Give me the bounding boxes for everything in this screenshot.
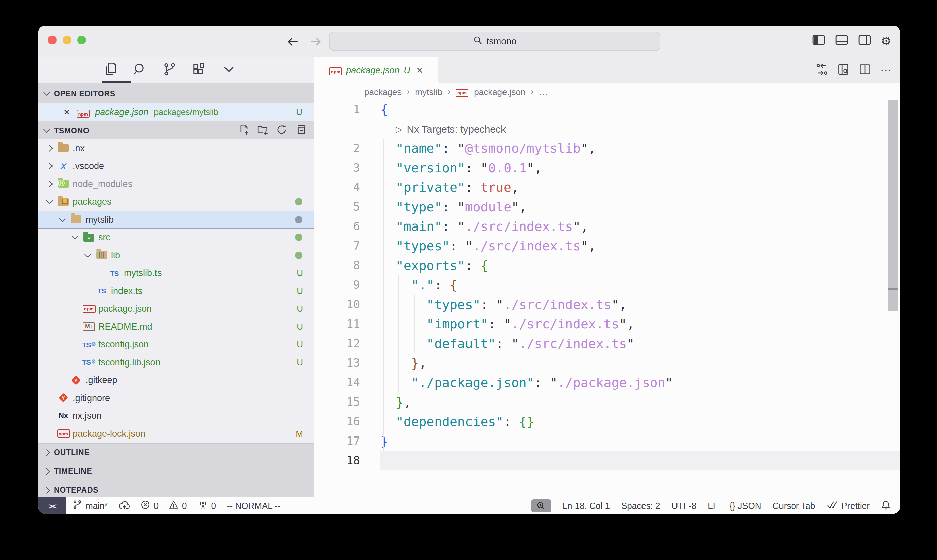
npmfolder-icon: js: [58, 180, 69, 188]
command-center-search[interactable]: tsmono: [329, 32, 660, 51]
code-line-18[interactable]: 18: [314, 451, 900, 471]
code-line-3[interactable]: 3 "version": "0.0.1",: [314, 158, 900, 178]
tree-item--vscode[interactable]: X.vscode: [38, 157, 314, 175]
code-line-content: },: [380, 392, 900, 412]
minimize-window-button[interactable]: [63, 36, 71, 45]
status-item-lf[interactable]: LF: [708, 501, 718, 511]
status-item-main-[interactable]: main*: [73, 500, 108, 512]
status-item-0[interactable]: 0: [198, 500, 216, 512]
code-line-14[interactable]: 14 "./package.json": "./package.json": [314, 373, 900, 392]
code-line-15[interactable]: 15 },: [314, 392, 900, 412]
editor-group: npm package.json U ✕ ⋯ packages ›: [314, 57, 900, 497]
back-icon[interactable]: [286, 35, 300, 48]
tree-item--gitkeep[interactable]: Y.gitkeep: [38, 371, 314, 389]
settings-gear-icon[interactable]: ⚙: [881, 36, 892, 47]
open-editor-item[interactable]: ✕ npm package.json packages/mytslib U: [38, 103, 314, 121]
status-item-bell[interactable]: [881, 500, 891, 512]
tab-close-icon[interactable]: ✕: [416, 65, 423, 75]
status-item-ln-18-col-1[interactable]: Ln 18, Col 1: [563, 501, 610, 511]
code-line-2[interactable]: 2 "name": "@tsmono/mytslib",: [314, 138, 900, 158]
new-file-icon[interactable]: [238, 124, 250, 137]
remote-indicator[interactable]: ><: [38, 497, 66, 514]
code-line-16[interactable]: 16 "dependencies": {}: [314, 412, 900, 431]
tree-item-tsconfig-lib-json[interactable]: TS⚙tsconfig.lib.jsonU: [38, 353, 314, 371]
tree-item-node-modules[interactable]: jsnode_modules: [38, 175, 314, 193]
line-number: 6: [314, 217, 380, 236]
breadcrumb-item[interactable]: packages: [364, 86, 402, 97]
tree-item-readme-md[interactable]: M↓README.mdU: [38, 318, 314, 335]
status-item--json[interactable]: {} JSON: [730, 501, 761, 511]
forward-icon[interactable]: [309, 35, 322, 48]
code-line-7[interactable]: 7 "types": "./src/index.ts",: [314, 236, 900, 256]
status-item--normal-[interactable]: -- NORMAL --: [227, 501, 280, 511]
code-line-17[interactable]: 17}: [314, 431, 900, 451]
tree-item-label: .nx: [73, 143, 85, 154]
status-item-cursor-tab[interactable]: Cursor Tab: [773, 501, 815, 511]
extensions-icon[interactable]: [192, 62, 206, 78]
tree-item-mytslib[interactable]: mytslib: [38, 211, 314, 229]
new-folder-icon[interactable]: [257, 124, 269, 137]
breadcrumb-item[interactable]: …: [539, 86, 548, 97]
tree-item-index-ts[interactable]: TSindex.tsU: [38, 282, 314, 300]
status-item-zoomplus[interactable]: [531, 499, 551, 512]
breadcrumb-item[interactable]: package.json: [474, 86, 525, 97]
outline-header[interactable]: OUTLINE: [38, 443, 314, 462]
explorer-icon[interactable]: [104, 62, 117, 78]
line-number: 2: [314, 138, 380, 158]
code-line-10[interactable]: 10 "types": "./src/index.ts",: [314, 295, 900, 314]
tree-item-package-lock-json[interactable]: npmpackage-lock.jsonM: [38, 425, 314, 443]
tree-item-src[interactable]: ‹›src: [38, 229, 314, 246]
tree-item-nx-json[interactable]: Nxnx.json: [38, 407, 314, 425]
explorer-sidebar: OPEN EDITORS ✕ npm package.json packages…: [38, 57, 314, 497]
close-window-button[interactable]: [48, 36, 57, 45]
open-preview-icon[interactable]: [837, 63, 849, 78]
status-item-label: 0: [182, 501, 187, 511]
tab-package-json[interactable]: npm package.json U ✕: [314, 57, 438, 83]
toggle-primary-sidebar-icon[interactable]: [812, 35, 825, 48]
status-item-0[interactable]: 0: [141, 500, 158, 512]
source-control-icon[interactable]: [163, 62, 176, 78]
code-line-9[interactable]: 9 ".": {: [314, 275, 900, 295]
split-editor-icon[interactable]: [859, 63, 871, 78]
status-item-cloud[interactable]: [119, 500, 130, 512]
toggle-secondary-sidebar-icon[interactable]: [858, 35, 871, 48]
open-editors-header[interactable]: OPEN EDITORS: [38, 83, 314, 103]
notepads-header[interactable]: NOTEPADS: [38, 480, 314, 499]
refresh-icon[interactable]: [276, 124, 288, 137]
code-line-11[interactable]: 11 "import": "./src/index.ts",: [314, 314, 900, 334]
workspace-header[interactable]: TSMONO: [38, 121, 314, 139]
tree-item-mytslib-ts[interactable]: TSmytslib.tsU: [38, 264, 314, 282]
tree-item--nx[interactable]: .nx: [38, 139, 314, 157]
tree-item-packages[interactable]: packages: [38, 193, 314, 211]
tree-item-tsconfig-json[interactable]: TS⚙tsconfig.jsonU: [38, 335, 314, 353]
code-line-4[interactable]: 4 "private": true,: [314, 178, 900, 197]
collapse-all-icon[interactable]: [295, 124, 306, 137]
zoom-window-button[interactable]: [77, 36, 86, 45]
status-item-spaces-2[interactable]: Spaces: 2: [621, 501, 660, 511]
code-line-8[interactable]: 8 "exports": {: [314, 256, 900, 275]
more-views-chevron-icon[interactable]: [222, 62, 235, 78]
code-line-5[interactable]: 5 "type": "module",: [314, 197, 900, 217]
tree-item--gitignore[interactable]: Y.gitignore: [38, 389, 314, 407]
code-line-6[interactable]: 6 "main": "./src/index.ts",: [314, 217, 900, 236]
breadcrumb-item[interactable]: mytslib: [415, 86, 442, 97]
status-item-utf-8[interactable]: UTF-8: [672, 501, 697, 511]
tree-item-package-json[interactable]: npmpackage.jsonU: [38, 300, 314, 318]
code-editor[interactable]: 1{▷Nx Targets: typecheck2 "name": "@tsmo…: [314, 100, 900, 497]
code-line-1[interactable]: 1{: [314, 100, 900, 119]
codelens-nx-targets[interactable]: ▷Nx Targets: typecheck: [314, 119, 900, 138]
active-view-indicator: [102, 82, 131, 83]
open-changes-icon[interactable]: [816, 63, 828, 78]
toggle-panel-icon[interactable]: [835, 35, 848, 48]
close-editor-icon[interactable]: ✕: [63, 107, 70, 117]
change-dot-badge: [295, 198, 302, 206]
code-line-13[interactable]: 13 },: [314, 353, 900, 373]
status-item-0[interactable]: 0: [169, 500, 187, 512]
more-actions-icon[interactable]: ⋯: [880, 64, 892, 77]
code-line-12[interactable]: 12 "default": "./src/index.ts": [314, 334, 900, 353]
editor-scrollbar[interactable]: [888, 100, 898, 311]
search-view-icon[interactable]: [133, 62, 147, 78]
timeline-header[interactable]: TIMELINE: [38, 462, 314, 480]
status-item-prettier[interactable]: Prettier: [826, 500, 870, 511]
tree-item-lib[interactable]: lib: [38, 246, 314, 264]
